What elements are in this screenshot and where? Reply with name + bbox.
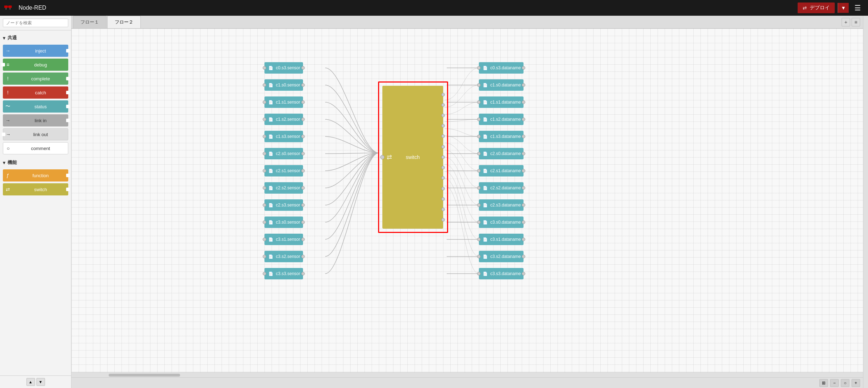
- section-header-common[interactable]: ▾ 共通: [3, 33, 68, 43]
- canvas-node-c2s2sensor[interactable]: 📄 c2.s2.sensor: [264, 182, 303, 194]
- canvas-node-c2s2dataname[interactable]: 📄 c2.s2.dataname: [479, 182, 524, 194]
- palette-node-status[interactable]: 〜 status: [3, 100, 68, 113]
- section-label-function: 機能: [8, 159, 17, 166]
- catch-label: catch: [13, 90, 68, 95]
- port-right: [301, 169, 305, 173]
- plus-icon: +: [854, 380, 857, 385]
- node-doc-icon: 📄: [482, 133, 489, 140]
- switch-out-port: [441, 103, 445, 107]
- nav-down-button[interactable]: ▼: [36, 378, 45, 386]
- grid-button[interactable]: ⊞: [819, 379, 828, 387]
- canvas-node-c3s2sensor[interactable]: 📄 c3.s2.sensor: [264, 251, 303, 262]
- canvas-node-c0s3sensor[interactable]: 📄 c0.s3.sensor: [264, 62, 303, 74]
- scrollbar-thumb[interactable]: [109, 374, 180, 377]
- port-left: [263, 220, 266, 224]
- zoom-in-button[interactable]: +: [852, 379, 860, 387]
- section-label-common: 共通: [8, 35, 17, 41]
- canvas-node-c1s1sensor[interactable]: 📄 c1.s1.sensor: [264, 96, 303, 108]
- palette-node-link-out[interactable]: → link out: [3, 128, 68, 140]
- node-doc-icon: 📄: [267, 236, 274, 243]
- palette-node-switch[interactable]: ⇄ switch: [3, 183, 68, 195]
- zoom-reset-button[interactable]: ○: [841, 379, 849, 387]
- canvas-node-c3s2dataname[interactable]: 📄 c3.s2.dataname: [479, 251, 524, 262]
- sidebar-content: ▾ 共通 → inject ≡ debug ! complete: [0, 30, 71, 375]
- canvas-node-c1s3dataname[interactable]: 📄 c1.s3.dataname: [479, 131, 524, 142]
- port-left: [477, 255, 481, 258]
- right-sidebar[interactable]: [863, 16, 868, 388]
- canvas-node-c3s0dataname[interactable]: 📄 c3.s0.dataname: [479, 217, 524, 228]
- sidebar-section-common: ▾ 共通 → inject ≡ debug ! complete: [3, 33, 68, 154]
- deploy-dropdown-button[interactable]: ▼: [838, 3, 849, 13]
- canvas-node-c3s1dataname[interactable]: 📄 c3.s1.dataname: [479, 234, 524, 245]
- canvas-node-c1s0sensor[interactable]: 📄 c1.s0.sensor: [264, 79, 303, 91]
- section-header-function[interactable]: ▾ 機能: [3, 158, 68, 167]
- catch-icon: !: [3, 86, 13, 99]
- hamburger-icon: ☰: [854, 4, 861, 12]
- canvas-node-c3s3sensor[interactable]: 📄 c3.s3.sensor: [264, 268, 303, 279]
- canvas-node-c1s3sensor[interactable]: 📄 c1.s3.sensor: [264, 131, 303, 142]
- palette-node-debug[interactable]: ≡ debug: [3, 59, 68, 71]
- canvas-node-c2s1dataname[interactable]: 📄 c2.s1.dataname: [479, 165, 524, 176]
- palette-node-catch[interactable]: ! catch: [3, 86, 68, 99]
- switch-out-port: [441, 114, 445, 117]
- canvas-node-c1s1dataname[interactable]: 📄 c1.s1.dataname: [479, 96, 524, 108]
- nav-up-button[interactable]: ▲: [26, 378, 35, 386]
- status-label: status: [13, 104, 68, 109]
- port-right: [301, 100, 305, 104]
- node-doc-icon: 📄: [482, 202, 489, 209]
- canvas-node-c0s3dataname[interactable]: 📄 c0.s3.dataname: [479, 62, 524, 74]
- port-left: [263, 135, 266, 138]
- port-left: [477, 66, 481, 70]
- palette-node-inject[interactable]: → inject: [3, 45, 68, 57]
- node-doc-icon: 📄: [482, 81, 489, 89]
- palette-node-link-in[interactable]: → link in: [3, 114, 68, 126]
- canvas-node-c2s1sensor[interactable]: 📄 c2.s1.sensor: [264, 165, 303, 176]
- canvas-scrollbar-horizontal[interactable]: [71, 372, 863, 377]
- tab-bar: フロー１ フロー２ + ≡: [71, 16, 863, 29]
- node-doc-icon: 📄: [267, 133, 274, 140]
- port-left: [263, 238, 266, 241]
- port-right: [301, 203, 305, 207]
- canvas-node-c2s3dataname[interactable]: 📄 c2.s3.dataname: [479, 199, 524, 211]
- node-doc-icon: 📄: [482, 64, 489, 71]
- tab-flow2[interactable]: フロー２: [107, 16, 141, 28]
- node-doc-icon: 📄: [482, 219, 489, 226]
- canvas-node-c2s0sensor[interactable]: 📄 c2.s0.sensor: [264, 148, 303, 159]
- port-left: [477, 238, 481, 241]
- tab-list-button[interactable]: ≡: [852, 18, 860, 26]
- canvas-node-c2s3sensor[interactable]: 📄 c2.s3.sensor: [264, 199, 303, 211]
- catch-port-right: [66, 91, 70, 94]
- port-right: [301, 135, 305, 138]
- canvas-node-c2s0dataname[interactable]: 📄 c2.s0.dataname: [479, 148, 524, 159]
- canvas-area[interactable]: 📄 c0.s3.sensor 📄 c1.s0.sensor 📄 c1.s1.se…: [71, 29, 863, 372]
- grid-icon: ⊞: [822, 380, 825, 385]
- comment-label: comment: [13, 146, 68, 151]
- function-label: function: [13, 173, 68, 178]
- sidebar-nav-arrows: ▲ ▼: [0, 375, 71, 388]
- tab-flow1[interactable]: フロー１: [73, 16, 106, 28]
- deploy-button[interactable]: ⇄ デプロイ: [798, 3, 835, 13]
- palette-node-comment[interactable]: ○ comment: [3, 142, 68, 154]
- canvas-switch-node[interactable]: switch ⇄: [382, 86, 443, 229]
- search-input[interactable]: [3, 19, 68, 27]
- port-right: [522, 220, 525, 224]
- canvas-node-c3s1sensor[interactable]: 📄 c3.s1.sensor: [264, 234, 303, 245]
- canvas-node-c1s0dataname[interactable]: 📄 c1.s0.dataname: [479, 79, 524, 91]
- zoom-out-button[interactable]: −: [830, 379, 839, 387]
- port-right: [301, 118, 305, 121]
- node-doc-icon: 📄: [482, 236, 489, 243]
- header: Node-RED ⇄ デプロイ ▼ ☰: [0, 0, 868, 16]
- canvas-node-c1s2sensor[interactable]: 📄 c1.s2.sensor: [264, 114, 303, 125]
- canvas-node-c3s0sensor[interactable]: 📄 c3.s0.sensor: [264, 217, 303, 228]
- palette-node-function[interactable]: ƒ function: [3, 169, 68, 181]
- menu-button[interactable]: ☰: [852, 2, 864, 14]
- port-left: [263, 186, 266, 190]
- link-in-icon: →: [3, 114, 13, 126]
- palette-node-complete[interactable]: ! complete: [3, 73, 68, 85]
- canvas-node-c1s2dataname[interactable]: 📄 c1.s2.dataname: [479, 114, 524, 125]
- canvas-node-c3s3dataname[interactable]: 📄 c3.s3.dataname: [479, 268, 524, 279]
- add-tab-button[interactable]: +: [842, 18, 850, 26]
- complete-port-right: [66, 77, 70, 80]
- chevron-down-icon: ▾: [3, 35, 5, 41]
- port-left: [263, 152, 266, 155]
